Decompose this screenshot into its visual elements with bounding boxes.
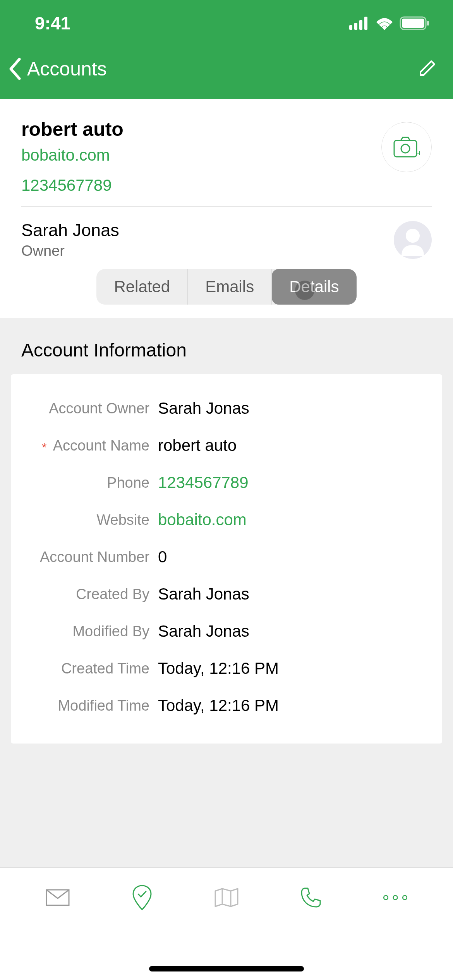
svg-point-10	[406, 229, 420, 243]
mail-button[interactable]	[44, 884, 71, 911]
pencil-icon	[417, 58, 438, 78]
label-phone: Phone	[26, 475, 158, 491]
mail-icon	[46, 889, 70, 906]
owner-row[interactable]: Sarah Jonas Owner	[0, 207, 453, 269]
account-information-section: Account Information Account Owner Sarah …	[0, 318, 453, 867]
row-created-time: Created Time Today, 12:16 PM	[11, 650, 442, 687]
label-account-name: * Account Name	[26, 437, 158, 454]
account-header: robert auto bobaito.com 1234567789 +	[0, 99, 453, 206]
owner-name: Sarah Jonas	[21, 220, 119, 240]
info-card: Account Owner Sarah Jonas * Account Name…	[11, 374, 442, 744]
nav-title: Accounts	[27, 58, 107, 80]
value-account-number: 0	[158, 548, 167, 566]
row-website: Website bobaito.com	[11, 501, 442, 538]
checkin-button[interactable]	[129, 884, 156, 911]
camera-icon: +	[393, 137, 420, 158]
back-button[interactable]: Accounts	[8, 57, 107, 81]
row-phone: Phone 1234567789	[11, 464, 442, 501]
label-modified-by: Modified By	[26, 623, 158, 640]
svg-point-14	[403, 896, 407, 900]
value-phone[interactable]: 1234567789	[158, 473, 249, 492]
owner-label: Owner	[21, 243, 119, 259]
value-created-by: Sarah Jonas	[158, 585, 249, 603]
wifi-icon	[375, 16, 394, 30]
svg-rect-1	[354, 23, 357, 30]
more-icon	[382, 894, 409, 901]
svg-point-13	[393, 896, 398, 900]
bottom-toolbar	[0, 867, 453, 927]
svg-point-8	[401, 144, 410, 153]
row-account-number: Account Number 0	[11, 538, 442, 576]
required-star-icon: *	[42, 440, 46, 455]
svg-rect-2	[359, 20, 362, 30]
status-bar: 9:41	[0, 0, 453, 46]
value-modified-by: Sarah Jonas	[158, 622, 249, 641]
svg-rect-6	[427, 21, 429, 26]
account-name-title: robert auto	[21, 118, 124, 140]
label-website: Website	[26, 512, 158, 528]
svg-rect-3	[364, 17, 367, 30]
map-icon	[214, 887, 239, 908]
svg-point-12	[384, 896, 388, 900]
label-modified-time: Modified Time	[26, 697, 158, 714]
phone-icon	[300, 887, 322, 908]
location-check-icon	[132, 885, 153, 910]
svg-text:+: +	[417, 148, 420, 158]
status-icons	[349, 16, 430, 30]
label-created-by: Created By	[26, 586, 158, 603]
home-indicator[interactable]	[149, 966, 304, 971]
call-button[interactable]	[297, 884, 324, 911]
row-modified-by: Modified By Sarah Jonas	[11, 613, 442, 650]
svg-rect-0	[349, 25, 352, 30]
label-created-time: Created Time	[26, 660, 158, 677]
more-button[interactable]	[382, 884, 409, 911]
status-time: 9:41	[23, 13, 70, 34]
avatar-placeholder-icon	[394, 221, 432, 259]
battery-icon	[400, 16, 430, 30]
row-created-by: Created By Sarah Jonas	[11, 576, 442, 613]
tab-related[interactable]: Related	[96, 269, 188, 305]
value-account-owner: Sarah Jonas	[158, 399, 249, 418]
label-account-number: Account Number	[26, 549, 158, 565]
chevron-left-icon	[8, 57, 23, 81]
cellular-icon	[349, 17, 369, 30]
tab-emails[interactable]: Emails	[188, 269, 272, 305]
map-button[interactable]	[213, 884, 240, 911]
value-account-name: robert auto	[158, 436, 237, 455]
tap-indicator	[295, 281, 314, 300]
tab-details[interactable]: Details	[272, 269, 356, 305]
svg-rect-5	[402, 19, 424, 28]
tabs: Related Emails Details	[0, 269, 453, 318]
edit-button[interactable]	[417, 58, 438, 80]
owner-avatar	[394, 221, 432, 259]
account-website-link[interactable]: bobaito.com	[21, 146, 124, 164]
account-phone-link[interactable]: 1234567789	[21, 176, 124, 195]
row-account-name: * Account Name robert auto	[11, 427, 442, 464]
value-website[interactable]: bobaito.com	[158, 511, 247, 529]
add-photo-button[interactable]: +	[381, 122, 432, 172]
row-account-owner: Account Owner Sarah Jonas	[11, 390, 442, 427]
svg-rect-7	[394, 140, 417, 157]
value-modified-time: Today, 12:16 PM	[158, 696, 279, 715]
value-created-time: Today, 12:16 PM	[158, 659, 279, 678]
row-modified-time: Modified Time Today, 12:16 PM	[11, 687, 442, 724]
nav-bar: Accounts	[0, 46, 453, 99]
section-title: Account Information	[0, 318, 453, 374]
label-account-owner: Account Owner	[26, 400, 158, 417]
